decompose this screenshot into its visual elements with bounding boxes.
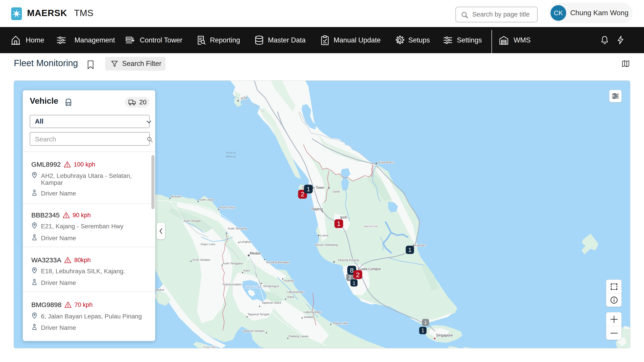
svg-text:Gayo Lues: Gayo Lues [200,242,215,246]
svg-text:Kuantan: Kuantan [414,244,426,247]
svg-text:1: 1 [408,247,412,253]
svg-text:Medan: Medan [250,251,261,255]
svg-text:2: 2 [356,271,360,278]
svg-text:1: 1 [422,328,424,334]
svg-text:Rokan Hilir: Rokan Hilir [333,322,348,325]
svg-text:Aceh Tenggara: Aceh Tenggara [222,262,243,265]
svg-text:Lumut: Lumut [320,234,328,237]
svg-text:Taiping: Taiping [311,207,323,211]
svg-text:MALAYSIA: MALAYSIA [364,225,378,228]
svg-text:Simalungun: Simalungun [263,285,279,288]
svg-text:Aceh Tengah: Aceh Tengah [183,219,201,223]
svg-text:Tanjung Karang: Tanjung Karang [338,258,359,262]
svg-text:Serdang Bedagai: Serdang Bedagai [266,261,289,264]
svg-text:Subulussalam: Subulussalam [223,283,242,286]
svg-text:Kuala Lumpur: Kuala Lumpur [358,267,381,271]
svg-text:Kota Bharu: Kota Bharu [378,161,394,164]
svg-text:Bireuen: Bireuen [171,195,182,198]
svg-text:Ipoh: Ipoh [340,215,347,219]
svg-text:Strait of: Strait of [226,151,236,154]
svg-text:2: 2 [348,274,352,280]
svg-text:Tapanuli Tengah: Tapanuli Tengah [248,313,270,316]
svg-text:2: 2 [301,191,304,198]
svg-text:Selatan: Selatan [304,315,314,319]
svg-text:Aceh Selatan: Aceh Selatan [192,258,210,261]
svg-text:8: 8 [350,267,354,274]
svg-text:Singapore: Singapore [436,333,452,337]
svg-text:Gerik: Gerik [333,190,340,193]
svg-text:Aceh Utara: Aceh Utara [199,198,214,201]
svg-text:ภูเก็ต: ภูเก็ต [240,96,247,100]
svg-text:Karo: Karo [244,269,250,272]
svg-text:Asahan: Asahan [284,279,294,282]
svg-text:1: 1 [353,280,355,286]
svg-text:1: 1 [337,220,340,227]
svg-text:Malacca: Malacca [226,155,236,158]
svg-text:Padang Lawas: Padang Lawas [288,335,308,338]
svg-text:1: 1 [306,186,310,193]
svg-text:Tapanuli Selatan: Tapanuli Selatan [242,329,264,333]
svg-text:Tapanuli Utara: Tapanuli Utara [262,301,281,304]
svg-text:Aceh Timur: Aceh Timur [220,206,235,209]
svg-text:Aceh Tamiang: Aceh Tamiang [228,227,247,230]
svg-text:1: 1 [424,320,427,325]
svg-text:Langkat: Langkat [240,240,251,243]
svg-text:Danau Toba: Danau Toba [245,285,262,289]
svg-text:Labuhanbatu: Labuhanbatu [304,310,321,314]
svg-text:Labuhanbatu: Labuhanbatu [287,290,304,294]
svg-text:Utara: Utara [287,295,294,299]
svg-text:Durian Sebatang: Durian Sebatang [315,243,338,247]
svg-text:Pulau Nias: Pulau Nias [203,346,216,348]
